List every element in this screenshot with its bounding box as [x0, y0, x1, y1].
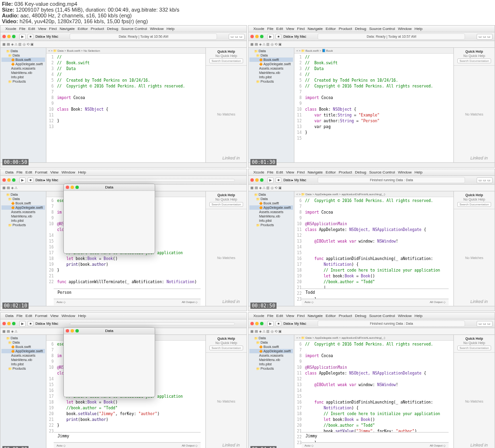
jump-bar[interactable]: < > 📁 Data > Book.swift > No Selection	[46, 48, 205, 54]
stop-button[interactable]: ■	[276, 34, 281, 39]
file-assets: Assets.xcassets	[1, 66, 45, 71]
watermark: Linked in	[222, 156, 240, 160]
project-navigator[interactable]: Data Data Book.swift AppDelegate.swift A…	[0, 48, 46, 162]
frame-6: XcodeFileEditViewFindNavigateEditorProdu…	[248, 312, 495, 448]
frame-2: XcodeFileEditViewFindNavigateEditorProdu…	[248, 25, 495, 168]
run-button[interactable]: ▶	[19, 34, 26, 40]
frame-1: XcodeFileEditViewFindNavigateEditorProdu…	[0, 25, 247, 168]
app-window-popup[interactable]: Data	[63, 184, 155, 254]
project-navigator[interactable]: Data Data Book.swift AppDelegate.swift A…	[248, 48, 294, 162]
file-mainmenu: MainMenu.xib	[1, 71, 45, 75]
frame-4: XcodeFileEditViewFindNavigateEditorProdu…	[248, 169, 495, 311]
inspector-panel: Quick HelpNo Quick HelpSearch Documentat…	[205, 48, 247, 162]
file-info-header: File: 036 Key-value coding.mp4 Size: 120…	[0, 0, 495, 25]
panel-toggles[interactable]: ▭ ▭ ▭	[229, 34, 245, 40]
menubar[interactable]: XcodeFileEditViewFindNavigateEditorProdu…	[0, 26, 247, 32]
project-root: Data	[1, 49, 45, 53]
frame-5: DataFileEditFormatViewWindowHelp ▶■ Data…	[0, 312, 247, 448]
run-button[interactable]: ▶	[267, 34, 274, 40]
menubar[interactable]: DataFileEditFormatViewWindowHelp	[0, 169, 247, 176]
stop-button[interactable]: ■	[28, 34, 33, 39]
console-output: Todd	[302, 289, 449, 297]
toolbar: ▶ ■ Data ▸ My Mac Data: Ready | Today at…	[0, 32, 247, 41]
menubar[interactable]: XcodeFileEditViewFindNavigateEditorProdu…	[248, 26, 495, 32]
frame-3: DataFileEditFormatViewWindowHelp ▶■ Data…	[0, 169, 247, 311]
file-appdelegate: AppDelegate.swift	[1, 62, 45, 66]
console-output: Jimmy	[302, 432, 449, 441]
scheme-selector[interactable]: Data ▸ My Mac	[35, 35, 58, 39]
file-infoplist: Info.plist	[1, 75, 45, 79]
search-doc-button[interactable]: Search Documentation	[209, 58, 243, 63]
file-book: Book.swift	[1, 58, 45, 62]
console-output: Jimmy	[54, 432, 201, 441]
code-editor[interactable]: 12345678910111213 // // Book.swift // Da…	[46, 54, 205, 162]
navigator-tabs[interactable]: ▦ ▤ ◈ ⚠ ▥ ◎ ⟲ ▣	[0, 41, 247, 48]
folder-products: Products	[1, 79, 45, 84]
app-window-popup[interactable]: Data	[63, 327, 155, 397]
code-editor[interactable]: 123456789101112131415 // // Book.swift /…	[294, 54, 453, 162]
console-output: Person	[54, 289, 201, 297]
project-navigator[interactable]: Data Data Book.swift AppDelegate.swift A…	[0, 191, 46, 306]
status-bar: Data: Ready | Today at 10:56 AM	[70, 33, 217, 40]
timestamp: 00:00:50	[2, 159, 29, 165]
